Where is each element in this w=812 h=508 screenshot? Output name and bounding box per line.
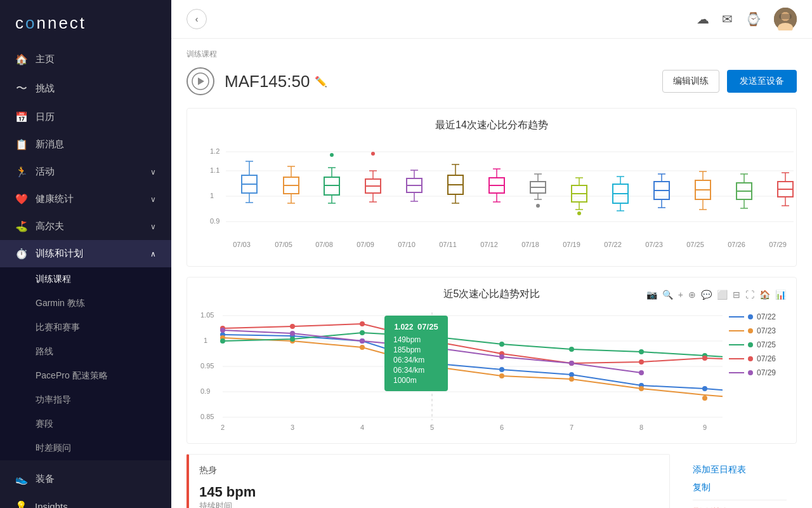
sidebar-item-segment[interactable]: 赛段 [0,412,171,436]
content-area: 训练课程 MAF145:50 ✏️ 编辑训练 发送至设备 最近14次速心比分布趋… [171,39,812,508]
plan-header: MAF145:50 ✏️ 编辑训练 发送至设备 [187,67,797,95]
svg-text:1.2: 1.2 [210,147,219,155]
svg-text:0.85: 0.85 [200,413,214,420]
svg-text:5: 5 [430,424,434,431]
sidebar-item-garmin-coach[interactable]: Garmin 教练 [0,291,171,316]
svg-point-152 [290,337,295,342]
svg-point-171 [360,338,365,344]
legend-line-0729 [729,372,744,373]
legend-dot-0726 [748,356,753,361]
svg-point-174 [569,361,574,366]
calendar-icon: 📅 [15,111,28,123]
sidebar-item-pacepro[interactable]: PacePro 配速策略 [0,364,171,388]
add-to-schedule-link[interactable]: 添加至日程表 [693,464,787,476]
training-submenu: 训练课程 Garmin 教练 比赛和赛事 路线 PacePro 配速策略 功率指… [0,267,171,460]
avatar[interactable] [774,8,797,30]
chart-expand-icon[interactable]: ⛶ [745,290,754,300]
svg-text:1: 1 [204,337,207,344]
plan-title: MAF145:50 ✏️ [225,72,662,91]
header-left: ‹ [187,9,207,29]
tooltip-pace2: 06:34/km [393,366,424,375]
svg-point-149 [639,386,644,391]
edit-title-icon[interactable]: ✏️ [315,76,327,88]
back-button[interactable]: ‹ [187,9,207,29]
chart-bar-icon[interactable]: 📊 [775,290,786,300]
svg-point-26 [330,153,334,157]
box-chart-section: 最近14次速心比分布趋势 1.2 1.1 1 0.9 [187,108,797,267]
sidebar-item-activities[interactable]: 🏃 活动 ∨ [0,158,171,185]
line-chart-section: 近5次速心比趋势对比 📷 🔍 + ⊕ 💬 ⬜ ⊟ ⛶ 🏠 📊 1. [187,277,797,444]
tooltip-hr: 149bpm [393,335,421,344]
svg-point-169 [220,328,225,333]
legend-line-0723 [729,330,744,331]
line-chart-svg: 1.05 1 0.95 0.9 0.85 2 3 4 5 6 [197,306,723,433]
svg-point-69 [577,211,581,215]
svg-text:3: 3 [291,424,294,431]
svg-point-33 [371,152,375,156]
back-icon: ‹ [195,14,199,24]
sidebar-item-messages-label: 新消息 [36,138,64,150]
sidebar-item-calendar[interactable]: 📅 日历 [0,104,171,131]
sidebar-item-route[interactable]: 路线 [0,340,171,364]
chart-legend: 07/22 07/23 07/25 07 [723,306,786,433]
svg-text:07/12: 07/12 [480,241,498,248]
home-icon: 🏠 [15,53,28,65]
sidebar-item-golf[interactable]: ⛳ 高尔夫 ∨ [0,213,171,240]
sidebar-item-messages[interactable]: 📋 新消息 [0,131,171,158]
plan-actions: 编辑训练 发送至设备 [662,70,797,93]
watch-icon[interactable]: ⌚ [745,11,761,27]
sidebar-item-challenge[interactable]: 〜 挑战 [0,73,171,104]
svg-point-140 [569,372,574,377]
legend-line-0726 [729,358,744,359]
sidebar-nav: 🏠 主页 〜 挑战 📅 日历 📋 新消息 🏃 活动 ∨ ❤️ 健康统计 ∨ ⛳ … [0,46,171,508]
svg-point-156 [569,347,574,352]
sidebar-item-training[interactable]: ⏱️ 训练和计划 ∧ [0,240,171,267]
chart-camera-icon[interactable]: 📷 [646,290,657,300]
insights-icon: 💡 [15,500,27,508]
notification-icon[interactable]: ✉ [722,11,733,27]
svg-text:0.9: 0.9 [210,217,219,225]
sidebar-item-gear[interactable]: 👟 装备 [0,465,171,493]
sidebar-item-race-event[interactable]: 比赛和赛事 [0,316,171,340]
chart-zoom-icon[interactable]: 🔍 [662,290,673,300]
legend-dot-0722 [748,314,753,319]
sidebar-item-training-plan[interactable]: 训练课程 [0,267,171,291]
cloud-icon[interactable]: ☁ [697,11,709,27]
sidebar-item-health[interactable]: ❤️ 健康统计 ∨ [0,185,171,213]
chart-minus-icon[interactable]: ⊟ [733,290,740,300]
plan-icon [187,67,214,95]
gear-icon: 👟 [15,473,28,485]
edit-training-button[interactable]: 编辑训练 [662,70,719,93]
svg-text:07/22: 07/22 [604,241,622,248]
svg-text:07/11: 07/11 [439,241,457,248]
chart-crosshair-icon[interactable]: + [678,290,683,300]
svg-point-162 [360,321,365,326]
copy-link[interactable]: 复制 [693,482,787,493]
sidebar-item-home[interactable]: 🏠 主页 [0,46,171,73]
sidebar-item-challenge-label: 挑战 [36,83,55,95]
svg-text:07/08: 07/08 [315,241,333,248]
svg-point-150 [702,396,707,401]
sidebar-item-health-label: 健康统计 [36,193,74,205]
box-chart-title: 最近14次速心比分布趋势 [197,119,786,132]
main-content: ‹ ☁ ✉ ⌚ 训练课程 [171,0,812,508]
svg-point-147 [499,373,504,378]
chart-home-icon[interactable]: 🏠 [759,290,770,300]
sidebar-item-power[interactable]: 功率指导 [0,388,171,412]
chart-plus-icon[interactable]: ⊕ [688,290,696,300]
svg-text:2: 2 [221,424,225,431]
svg-text:1.1: 1.1 [210,166,219,174]
chart-box-icon[interactable]: ⬜ [717,290,728,300]
sidebar-item-insights[interactable]: 💡 Insights [0,493,171,508]
chart-comment-icon[interactable]: 💬 [701,290,712,300]
sidebar-item-jetlag[interactable]: 时差顾问 [0,436,171,460]
main-header: ‹ ☁ ✉ ⌚ [171,0,812,39]
tooltip-distance: 1000m [393,376,417,385]
svg-text:4: 4 [360,424,364,431]
svg-point-62 [536,204,540,208]
breadcrumb: 训练课程 [187,49,797,60]
legend-line-0725 [729,344,744,345]
svg-text:6: 6 [500,424,504,431]
sidebar-item-gear-label: 装备 [36,473,55,485]
send-to-device-button[interactable]: 发送至设备 [727,70,797,93]
